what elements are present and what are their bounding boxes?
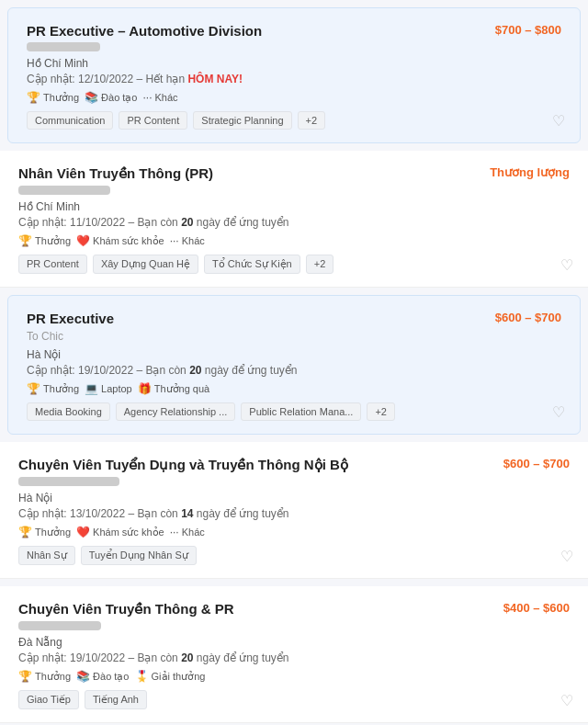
job-location: Đà Nẵng (18, 636, 570, 649)
job-tags: Nhân SựTuyển Dụng Nhân Sự (18, 546, 570, 565)
job-title: Nhân Viên Truyền Thông (PR) (18, 165, 481, 182)
job-tag[interactable]: Strategic Planning (193, 111, 291, 130)
benefit-icon: 🎁 (138, 382, 152, 395)
benefit-label: Khác (182, 527, 205, 538)
job-card[interactable]: Nhân Viên Truyền Thông (PR)Thương lượngH… (0, 151, 588, 288)
benefit-icon: 🏆 (18, 670, 32, 683)
job-salary: $400 – $600 (503, 601, 570, 615)
job-tag[interactable]: +2 (298, 111, 326, 130)
company-name (18, 186, 110, 195)
benefit-item: 📚Đào tạo (85, 91, 137, 104)
job-title: PR Executive (27, 311, 486, 326)
company-name (18, 621, 101, 630)
job-salary: Thương lượng (490, 165, 570, 179)
benefit-label: Khác (155, 92, 178, 103)
favorite-button[interactable]: ♡ (560, 256, 573, 274)
benefit-icon: ··· (143, 91, 153, 104)
job-card[interactable]: PR Executive – Automotive Division$700 –… (7, 7, 581, 143)
benefit-item: ❤️Khám sức khỏe (76, 526, 164, 538)
benefit-item: 🎁Thưởng quà (138, 382, 209, 395)
job-tag[interactable]: Tuyển Dụng Nhân Sự (81, 546, 197, 565)
favorite-button[interactable]: ♡ (552, 403, 565, 421)
job-benefits: 🏆Thưởng❤️Khám sức khỏe···Khác (18, 526, 570, 538)
benefit-item: ···Khác (170, 234, 205, 247)
job-salary: $600 – $700 (495, 311, 561, 324)
job-tags: PR ContentXây Dựng Quan HệTổ Chức Sự Kiệ… (18, 255, 570, 274)
company-name (27, 42, 100, 51)
job-card[interactable]: Chuyên Viên Tuyển Dụng và Truyền Thông N… (0, 442, 588, 579)
job-card[interactable]: Chuyên Viên Truyền Thông & PR$400 – $600… (0, 586, 588, 723)
benefit-icon: 📚 (76, 670, 90, 683)
benefit-item: 🏆Thưởng (18, 234, 71, 247)
job-benefits: 🏆Thưởng📚Đào tạo🎖️Giải thưởng (18, 670, 570, 683)
job-tag[interactable]: Media Booking (27, 402, 110, 421)
job-location: Hà Nội (18, 492, 570, 504)
job-update: Cập nhật: 19/10/2022 – Bạn còn 20 ngày đ… (27, 364, 561, 377)
job-title: PR Executive – Automotive Division (27, 23, 486, 39)
benefit-label: Đào tạo (93, 671, 129, 683)
benefit-item: 📚Đào tạo (76, 670, 129, 683)
benefit-icon: ❤️ (76, 234, 90, 247)
job-tag[interactable]: Xây Dựng Quan Hệ (93, 255, 198, 274)
job-tag[interactable]: Tiếng Anh (85, 690, 147, 709)
benefit-item: 🏆Thưởng (18, 670, 71, 683)
favorite-button[interactable]: ♡ (560, 548, 573, 565)
job-tag[interactable]: PR Content (119, 111, 187, 130)
job-tag[interactable]: Agency Relationship ... (116, 402, 236, 421)
benefit-icon: ··· (170, 526, 179, 538)
job-benefits: 🏆Thưởng💻Laptop🎁Thưởng quà (27, 382, 561, 395)
job-benefits: 🏆Thưởng❤️Khám sức khỏe···Khác (18, 234, 570, 247)
job-update: Cập nhật: 11/10/2022 – Bạn còn 20 ngày đ… (18, 216, 570, 229)
job-tag[interactable]: Tổ Chức Sự Kiện (204, 255, 300, 274)
job-tag[interactable]: PR Content (18, 255, 87, 274)
job-location: Hà Nội (27, 348, 561, 361)
benefit-icon: 📚 (85, 91, 98, 104)
favorite-button[interactable]: ♡ (560, 692, 573, 709)
benefit-item: 🏆Thưởng (27, 91, 79, 104)
benefit-label: Thưởng quà (154, 383, 209, 395)
job-tag[interactable]: +2 (367, 402, 395, 421)
benefit-label: Thưởng (35, 527, 71, 538)
benefit-label: Đào tạo (101, 92, 137, 104)
favorite-button[interactable]: ♡ (552, 112, 565, 130)
job-title: Chuyên Viên Truyền Thông & PR (18, 601, 494, 617)
job-location: Hồ Chí Minh (18, 200, 570, 213)
benefit-item: ···Khác (143, 91, 178, 104)
benefit-label: Khám sức khỏe (93, 527, 164, 538)
job-location: Hồ Chí Minh (27, 57, 561, 70)
benefit-label: Khám sức khỏe (93, 235, 164, 247)
benefit-label: Khác (182, 235, 205, 246)
benefit-label: Thưởng (35, 235, 71, 247)
job-card[interactable]: PR Executive$600 – $700To ChicHà NộiCập … (7, 295, 581, 435)
job-tag[interactable]: Giao Tiếp (18, 690, 79, 709)
job-tag[interactable]: Communication (27, 111, 113, 130)
job-tag[interactable]: Nhân Sự (18, 546, 75, 565)
benefit-icon: 🏆 (18, 234, 32, 247)
job-salary: $600 – $700 (503, 457, 570, 470)
job-title: Chuyên Viên Tuyển Dụng và Truyền Thông N… (18, 457, 494, 473)
company-name: To Chic (27, 330, 82, 343)
benefit-item: 🏆Thưởng (18, 526, 71, 538)
benefit-icon: ❤️ (76, 526, 90, 538)
job-tag[interactable]: Public Relation Mana... (241, 402, 361, 421)
benefit-item: 💻Laptop (85, 382, 132, 395)
job-benefits: 🏆Thưởng📚Đào tạo···Khác (27, 91, 561, 104)
job-salary: $700 – $800 (495, 23, 561, 37)
benefit-label: Thưởng (43, 383, 79, 395)
job-tags: CommunicationPR ContentStrategic Plannin… (27, 111, 561, 130)
benefit-icon: 🏆 (18, 526, 32, 538)
job-tags: Giao TiếpTiếng Anh (18, 690, 570, 709)
job-tag[interactable]: +2 (306, 255, 334, 274)
benefit-item: 🎖️Giải thưởng (135, 670, 206, 683)
benefit-label: Thưởng (43, 92, 79, 104)
benefit-label: Thưởng (35, 671, 71, 683)
benefit-item: ❤️Khám sức khỏe (76, 234, 164, 247)
job-update: Cập nhật: 13/10/2022 – Bạn còn 14 ngày đ… (18, 507, 570, 520)
benefit-icon: 💻 (85, 382, 98, 395)
benefit-icon: ··· (170, 234, 179, 247)
job-list: PR Executive – Automotive Division$700 –… (0, 0, 588, 725)
benefit-label: Laptop (101, 383, 132, 394)
benefit-item: 🏆Thưởng (27, 382, 79, 395)
benefit-label: Giải thưởng (152, 671, 206, 683)
benefit-item: ···Khác (170, 526, 205, 538)
